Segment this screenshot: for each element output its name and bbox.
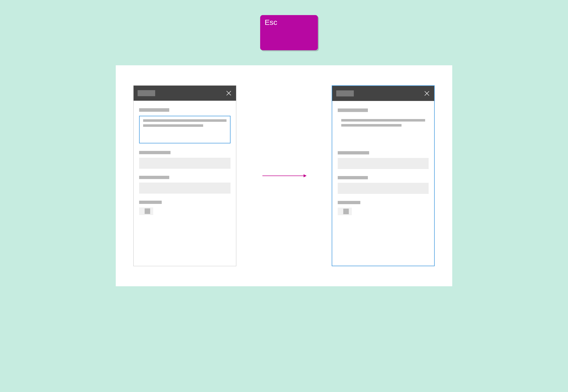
section-4-label-placeholder — [139, 201, 162, 204]
input-field-placeholder[interactable] — [139, 183, 231, 194]
dialog-title-placeholder — [336, 90, 354, 96]
text-line-placeholder — [341, 119, 425, 122]
dialog-after-focused — [332, 85, 435, 266]
toggle-switch[interactable] — [139, 207, 153, 215]
transition-arrow — [261, 173, 307, 178]
close-icon[interactable] — [225, 90, 232, 96]
section-2-label-placeholder — [338, 151, 369, 154]
text-line-placeholder — [143, 124, 203, 127]
diagram-stage — [116, 65, 452, 286]
section-1-label-placeholder — [338, 108, 368, 112]
toggle-knob — [343, 209, 349, 214]
toggle-knob — [145, 208, 150, 214]
dialog-before — [133, 85, 236, 266]
input-field-placeholder[interactable] — [139, 158, 231, 169]
dialog-body — [332, 101, 434, 266]
esc-key-label: Esc — [265, 18, 277, 26]
text-line-placeholder — [341, 124, 402, 127]
dialog-header — [134, 86, 236, 101]
toggle-switch[interactable] — [338, 208, 352, 215]
textarea-field[interactable] — [338, 116, 429, 144]
textarea-field-focused[interactable] — [139, 116, 231, 143]
esc-key[interactable]: Esc — [260, 15, 318, 50]
svg-marker-3 — [304, 174, 307, 177]
section-3-label-placeholder — [338, 176, 368, 179]
text-line-placeholder — [143, 119, 226, 122]
close-icon[interactable] — [424, 90, 430, 97]
arrow-icon — [261, 173, 307, 178]
input-field-placeholder[interactable] — [338, 183, 429, 194]
dialog-body — [134, 101, 236, 266]
section-1-label-placeholder — [139, 108, 169, 112]
dialog-title-placeholder — [138, 90, 155, 96]
input-field-placeholder[interactable] — [338, 158, 429, 169]
section-3-label-placeholder — [139, 176, 169, 179]
section-4-label-placeholder — [338, 201, 360, 204]
section-2-label-placeholder — [139, 151, 171, 154]
dialog-header — [332, 86, 434, 101]
